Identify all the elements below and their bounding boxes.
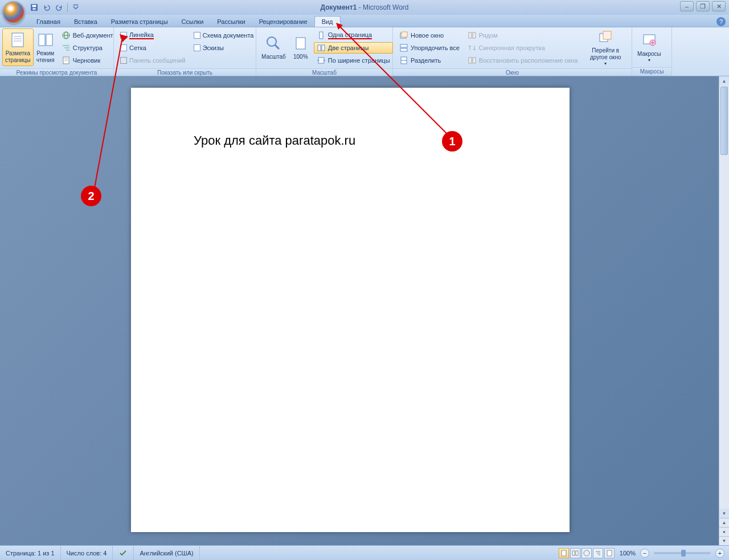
group-macros: Макросы▾ Макросы	[632, 27, 672, 76]
document-map-checkbox[interactable]: Схема документа	[191, 30, 257, 41]
tab-view[interactable]: Вид	[314, 16, 341, 27]
status-proofing[interactable]	[113, 546, 134, 560]
browse-object-button[interactable]: ●	[719, 527, 729, 536]
status-language[interactable]: Английский (США)	[134, 546, 199, 560]
print-layout-icon	[9, 31, 27, 49]
gridlines-label: Сетка	[129, 44, 146, 51]
thumbnails-checkbox[interactable]: Эскизы	[191, 42, 257, 54]
split-button[interactable]: Разделить	[396, 55, 462, 66]
tab-mailings[interactable]: Рассылки	[210, 17, 252, 27]
group-show-hide: Линейка Сетка Панель сообщений Схема док…	[114, 27, 256, 76]
document-page[interactable]: Урок для сайта paratapok.ru	[131, 88, 570, 532]
side-by-side-button: Рядом	[465, 30, 581, 41]
web-layout-icon	[62, 31, 71, 40]
tab-review[interactable]: Рецензирование	[252, 17, 314, 27]
two-pages-label: Две страницы	[328, 44, 369, 51]
one-page-button[interactable]: Одна страница	[314, 30, 393, 41]
scroll-up-button[interactable]: ▲	[719, 76, 729, 85]
vertical-scrollbar[interactable]: ▲ ▼ ▲ ● ▼	[719, 76, 729, 545]
browse-object-nav: ▲ ● ▼	[719, 518, 729, 545]
zoom-icon	[264, 34, 282, 52]
page-width-button[interactable]: По ширине страницы	[314, 55, 393, 66]
zoom-in-button[interactable]: +	[715, 549, 724, 558]
gridlines-checkbox[interactable]: Сетка	[117, 42, 189, 54]
thumbnails-label: Эскизы	[203, 44, 224, 51]
tab-references[interactable]: Ссылки	[175, 17, 211, 27]
arrange-all-button[interactable]: Упорядочить все	[396, 42, 462, 54]
help-button[interactable]: ?	[716, 17, 726, 26]
close-button[interactable]: ✕	[712, 1, 726, 11]
view-print-layout-button[interactable]	[559, 548, 569, 558]
new-window-button[interactable]: Новое окно	[396, 30, 462, 41]
checkbox-icon	[194, 32, 200, 39]
minimize-button[interactable]: –	[680, 1, 694, 11]
svg-point-19	[267, 37, 276, 46]
svg-rect-32	[469, 32, 472, 38]
switch-windows-icon	[596, 28, 615, 46]
annotation-marker-2: 2	[81, 186, 101, 206]
window-title: Документ1 - Microsoft Word	[320, 3, 408, 11]
prev-page-button[interactable]: ▲	[719, 518, 729, 527]
two-pages-button[interactable]: Две страницы	[314, 42, 393, 54]
qat-customize-icon[interactable]	[70, 2, 81, 13]
hundred-label: 100%	[293, 54, 308, 60]
redo-icon[interactable]	[54, 2, 65, 13]
print-layout-label: Разметка страницы	[5, 50, 31, 64]
tab-page-layout[interactable]: Разметка страницы	[104, 17, 175, 27]
sync-scroll-label: Синхронная прокрутка	[479, 44, 545, 51]
next-page-button[interactable]: ▼	[719, 536, 729, 545]
office-button[interactable]	[2, 1, 25, 24]
zoom-out-button[interactable]: −	[640, 549, 649, 558]
checkbox-icon	[120, 32, 127, 39]
zoom-level[interactable]: 100%	[620, 550, 636, 557]
scroll-thumb[interactable]	[720, 87, 728, 155]
reset-position-label: Восстановить расположение окна	[479, 57, 578, 64]
outline-button[interactable]: Структура	[59, 42, 116, 54]
switch-windows-label: Перейти в другое окно	[584, 47, 626, 61]
arrange-all-label: Упорядочить все	[411, 44, 460, 51]
zoom-slider-thumb[interactable]	[681, 550, 686, 557]
svg-rect-9	[46, 34, 52, 46]
view-outline-button[interactable]	[593, 548, 603, 558]
outline-label: Структура	[73, 44, 103, 51]
svg-rect-2	[32, 8, 35, 10]
group-document-views: Разметка страницы Режим чтения Веб-докум…	[0, 27, 114, 76]
draft-label: Черновик	[73, 57, 101, 64]
view-web-button[interactable]	[581, 548, 592, 558]
svg-rect-4	[12, 33, 23, 47]
proofing-icon	[118, 549, 128, 558]
group-label-views: Режимы просмотра документа	[0, 68, 113, 76]
view-reading-button[interactable]	[570, 548, 580, 558]
svg-rect-44	[562, 550, 566, 556]
web-layout-button[interactable]: Веб-документ	[59, 30, 116, 41]
save-icon[interactable]	[28, 2, 40, 13]
print-layout-button[interactable]: Разметка страницы	[2, 28, 34, 66]
svg-rect-35	[473, 58, 476, 63]
zoom-button[interactable]: Масштаб	[259, 28, 289, 66]
draft-icon	[62, 56, 71, 65]
tab-insert[interactable]: Вставка	[67, 17, 104, 27]
split-icon	[399, 56, 408, 65]
maximize-button[interactable]: ❐	[696, 1, 710, 11]
reset-position-button: Восстановить расположение окна	[465, 55, 581, 66]
status-page[interactable]: Страница: 1 из 1	[0, 546, 61, 560]
ruler-checkbox[interactable]: Линейка	[117, 30, 189, 41]
view-draft-button[interactable]	[604, 548, 615, 558]
group-zoom: Масштаб 100% Одна страница Две страницы …	[256, 27, 393, 76]
svg-rect-34	[469, 58, 472, 63]
status-words[interactable]: Число слов: 4	[61, 546, 113, 560]
switch-windows-button[interactable]: Перейти в другое окно▾	[581, 28, 629, 66]
macros-button[interactable]: Макросы▾	[634, 28, 664, 66]
side-by-side-icon	[468, 31, 477, 40]
draft-button[interactable]: Черновик	[59, 55, 116, 66]
scroll-down-button[interactable]: ▼	[719, 509, 729, 518]
zoom-slider[interactable]	[654, 552, 711, 554]
hundred-percent-button[interactable]: 100%	[289, 28, 313, 66]
ruler-label: Линейка	[129, 31, 154, 39]
svg-line-20	[275, 45, 279, 49]
status-right: 100% − +	[558, 546, 729, 560]
tab-home[interactable]: Главная	[30, 17, 67, 27]
reading-button[interactable]: Режим чтения	[34, 28, 58, 66]
svg-rect-51	[607, 550, 612, 556]
undo-icon[interactable]	[41, 2, 52, 13]
